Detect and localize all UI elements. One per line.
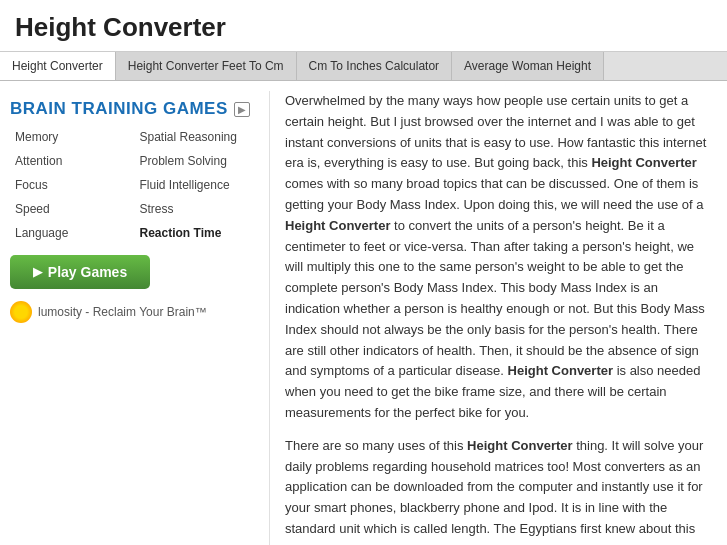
brain-item-left-4[interactable]: Language (10, 223, 135, 243)
brain-item-right-0[interactable]: Spatial Reasoning (135, 127, 260, 147)
sidebar: BRAIN TRAINING GAMES ▶ MemorySpatial Rea… (0, 91, 270, 545)
paragraph-2: There are so many uses of this Height Co… (285, 436, 712, 545)
play-button[interactable]: ▶ Play Games (10, 255, 150, 289)
navigation-bar: Height ConverterHeight Converter Feet To… (0, 52, 727, 81)
nav-tab-height-converter-feet-to-cm[interactable]: Height Converter Feet To Cm (116, 52, 297, 80)
brain-item-right-4[interactable]: Reaction Time (135, 223, 260, 243)
page-title: Height Converter (15, 12, 712, 43)
lumosity-text: lumosity - Reclaim Your Brain™ (38, 305, 207, 319)
play-button-label: Play Games (48, 264, 127, 280)
paragraph-1: Overwhelmed by the many ways how people … (285, 91, 712, 424)
brain-training-header: BRAIN TRAINING GAMES ▶ (10, 99, 259, 119)
brain-item-right-1[interactable]: Problem Solving (135, 151, 260, 171)
brain-item-left-0[interactable]: Memory (10, 127, 135, 147)
brain-item-right-2[interactable]: Fluid Intelligence (135, 175, 260, 195)
nav-tab-cm-to-inches-calculator[interactable]: Cm To Inches Calculator (297, 52, 453, 80)
brain-grid: MemorySpatial ReasoningAttentionProblem … (10, 127, 259, 243)
brain-item-right-3[interactable]: Stress (135, 199, 260, 219)
article-content: Overwhelmed by the many ways how people … (270, 91, 727, 545)
brain-training-title: BRAIN TRAINING GAMES (10, 99, 228, 119)
lumosity-promo: lumosity - Reclaim Your Brain™ (10, 301, 259, 323)
nav-tab-height-converter[interactable]: Height Converter (0, 52, 116, 80)
play-arrow-icon: ▶ (33, 265, 42, 279)
lumosity-logo-icon (10, 301, 32, 323)
ad-icon: ▶ (234, 102, 250, 117)
brain-item-left-2[interactable]: Focus (10, 175, 135, 195)
main-content: BRAIN TRAINING GAMES ▶ MemorySpatial Rea… (0, 81, 727, 545)
brain-item-left-1[interactable]: Attention (10, 151, 135, 171)
page-header: Height Converter (0, 0, 727, 52)
nav-tab-average-woman-height[interactable]: Average Woman Height (452, 52, 604, 80)
brain-item-left-3[interactable]: Speed (10, 199, 135, 219)
